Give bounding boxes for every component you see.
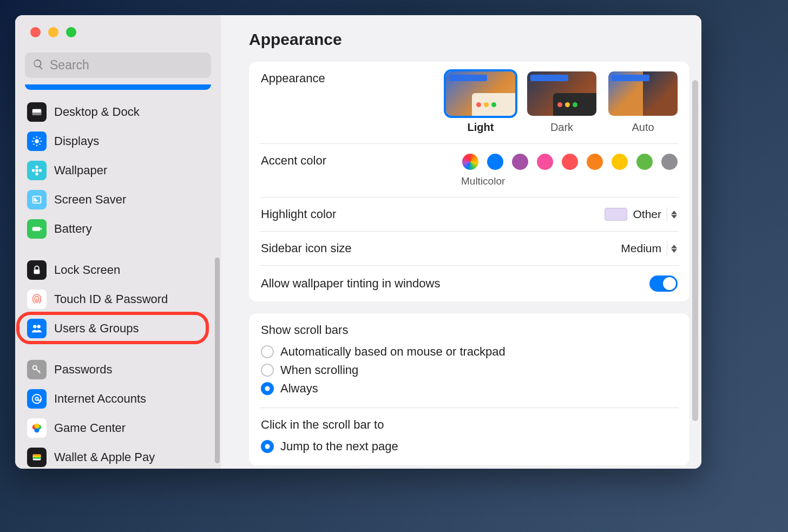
sidebar: Desktop & DockDisplaysWallpaperScreen Sa… bbox=[15, 15, 221, 469]
svg-point-2 bbox=[35, 139, 38, 143]
scrollclick-option-0[interactable]: Jump to the next page bbox=[261, 437, 678, 456]
accent-color-a550a7[interactable] bbox=[512, 154, 528, 170]
sidebar-item-battery[interactable]: Battery bbox=[22, 214, 214, 244]
sidebar-item-partial[interactable] bbox=[25, 84, 211, 90]
svg-line-8 bbox=[40, 144, 41, 145]
svg-rect-31 bbox=[33, 456, 41, 457]
sidebar-item-screen-saver[interactable]: Screen Saver bbox=[22, 185, 214, 214]
appearance-option-label: Auto bbox=[632, 121, 654, 134]
tinting-label: Allow wallpaper tinting in windows bbox=[261, 277, 440, 291]
radio-label: Jump to the next page bbox=[280, 439, 398, 454]
sidebar-item-users-groups[interactable]: Users & Groups bbox=[22, 314, 214, 343]
highlight-swatch bbox=[605, 208, 627, 221]
appearance-thumb bbox=[527, 71, 596, 116]
svg-rect-32 bbox=[33, 457, 41, 459]
svg-point-28 bbox=[34, 424, 39, 429]
moon-icon bbox=[27, 190, 47, 209]
appearance-thumb bbox=[446, 71, 515, 116]
sidebar-item-label: Touch ID & Password bbox=[54, 292, 168, 306]
radio-label: Always bbox=[280, 382, 318, 396]
gamecenter-icon bbox=[27, 418, 47, 438]
radio-button bbox=[261, 345, 274, 358]
tinting-toggle[interactable] bbox=[649, 275, 678, 292]
appearance-label: Appearance bbox=[261, 71, 325, 86]
scrollbars-option-0[interactable]: Automatically based on mouse or trackpad bbox=[261, 343, 678, 361]
highlight-color-select[interactable]: Other bbox=[605, 207, 678, 221]
scrollbars-label: Show scroll bars bbox=[261, 323, 678, 337]
fullscreen-window-button[interactable] bbox=[66, 27, 76, 37]
chevron-updown-icon bbox=[667, 241, 678, 255]
scrollbars-option-2[interactable]: Always bbox=[261, 379, 678, 398]
sidebar-item-label: Users & Groups bbox=[54, 321, 139, 336]
svg-line-9 bbox=[34, 144, 35, 145]
radio-button bbox=[261, 382, 274, 395]
highlight-value: Other bbox=[633, 208, 661, 221]
accent-color-f7821b[interactable] bbox=[587, 154, 603, 170]
appearance-thumb bbox=[608, 71, 678, 116]
sidebar-item-desktop-dock[interactable]: Desktop & Dock bbox=[22, 97, 214, 127]
accent-color-row bbox=[462, 154, 678, 170]
key-icon bbox=[27, 360, 47, 379]
sidebar-item-lock-screen[interactable]: Lock Screen bbox=[22, 255, 214, 285]
scrollclick-group: Click in the scroll bar to Jump to the n… bbox=[260, 408, 679, 465]
sidebar-list: Desktop & DockDisplaysWallpaperScreen Sa… bbox=[15, 84, 221, 469]
accent-color-007aff[interactable] bbox=[487, 154, 503, 170]
sidebar-item-label: Wallpaper bbox=[54, 163, 107, 178]
sidebar-item-touch-id[interactable]: Touch ID & Password bbox=[22, 285, 214, 314]
radio-label: When scrolling bbox=[280, 363, 358, 377]
sidebar-item-wallpaper[interactable]: Wallpaper bbox=[22, 156, 214, 185]
lock-icon bbox=[27, 260, 47, 280]
appearance-option-light[interactable]: Light bbox=[446, 71, 515, 134]
minimize-window-button[interactable] bbox=[48, 27, 58, 37]
accent-color-ffc600[interactable] bbox=[612, 154, 628, 170]
appearance-option-auto[interactable]: Auto bbox=[608, 71, 678, 134]
main-pane: Appearance Appearance LightDarkAuto Acce… bbox=[221, 15, 701, 469]
sidebar-scrollbar[interactable] bbox=[215, 258, 220, 463]
svg-point-14 bbox=[32, 169, 35, 172]
accent-color-f74f9e[interactable] bbox=[537, 154, 553, 170]
accent-color-8e8e93[interactable] bbox=[661, 154, 678, 170]
appearance-option-label: Light bbox=[468, 121, 494, 134]
svg-line-7 bbox=[34, 138, 35, 139]
accent-color-ff5257[interactable] bbox=[562, 154, 578, 170]
accent-color-62ba46[interactable] bbox=[636, 154, 653, 170]
highlight-label: Highlight color bbox=[261, 207, 336, 221]
sidebar-item-internet-accounts[interactable]: Internet Accounts bbox=[22, 384, 214, 413]
sun-icon bbox=[27, 132, 47, 151]
search-field[interactable] bbox=[25, 52, 211, 78]
svg-point-21 bbox=[37, 325, 40, 328]
svg-rect-18 bbox=[41, 228, 42, 230]
svg-point-15 bbox=[39, 169, 42, 172]
svg-point-11 bbox=[35, 169, 38, 172]
chevron-updown-icon bbox=[667, 207, 678, 221]
sidebar-item-game-center[interactable]: Game Center bbox=[22, 413, 214, 443]
appearance-option-dark[interactable]: Dark bbox=[527, 71, 596, 134]
dock-icon bbox=[27, 102, 47, 122]
svg-point-20 bbox=[33, 325, 36, 328]
sidebar-item-label: Displays bbox=[54, 134, 99, 148]
sidebar-item-passwords[interactable]: Passwords bbox=[22, 355, 214, 384]
accent-sublabel: Multicolor bbox=[461, 175, 505, 187]
accent-color-multicolor[interactable] bbox=[462, 154, 478, 170]
sidebar-item-label: Battery bbox=[54, 222, 92, 236]
main-scrollbar[interactable] bbox=[692, 80, 698, 421]
svg-rect-17 bbox=[32, 227, 41, 231]
sidebar-item-label: Desktop & Dock bbox=[54, 105, 140, 119]
search-input[interactable] bbox=[50, 58, 203, 73]
svg-rect-30 bbox=[33, 455, 41, 456]
flower-icon bbox=[27, 161, 47, 180]
scrollbars-option-1[interactable]: When scrolling bbox=[261, 361, 678, 379]
sidebar-size-select[interactable]: Medium bbox=[621, 241, 678, 255]
at-icon bbox=[27, 389, 47, 409]
search-icon bbox=[32, 58, 44, 73]
traffic-lights bbox=[15, 15, 221, 37]
battery-icon bbox=[27, 219, 47, 239]
close-window-button[interactable] bbox=[30, 27, 41, 37]
sidebar-item-wallet[interactable]: Wallet & Apple Pay bbox=[22, 443, 214, 469]
wallet-icon bbox=[27, 448, 47, 467]
scrollclick-label: Click in the scroll bar to bbox=[261, 418, 678, 432]
appearance-options: LightDarkAuto bbox=[446, 71, 678, 134]
sidebar-size-label: Sidebar icon size bbox=[261, 241, 352, 255]
scroll-panel: Show scroll bars Automatically based on … bbox=[249, 313, 690, 465]
sidebar-item-displays[interactable]: Displays bbox=[22, 127, 214, 156]
